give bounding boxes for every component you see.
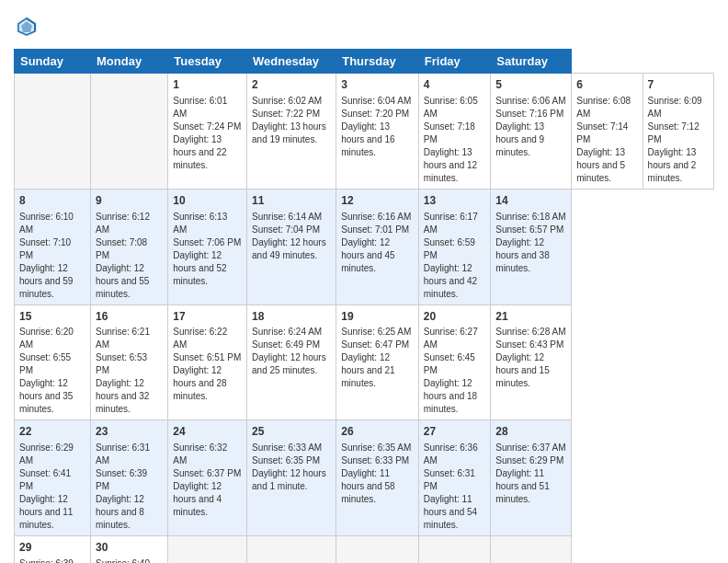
calendar-cell: 21Sunrise: 6:28 AMSunset: 6:43 PMDayligh… <box>491 304 572 420</box>
day-number: 9 <box>96 193 163 209</box>
calendar-cell: 16Sunrise: 6:21 AMSunset: 6:53 PMDayligh… <box>91 304 168 420</box>
calendar-cell: 18Sunrise: 6:24 AMSunset: 6:49 PMDayligh… <box>247 304 336 420</box>
calendar-cell: 12Sunrise: 6:16 AMSunset: 7:01 PMDayligh… <box>336 189 419 304</box>
day-number: 2 <box>252 77 331 93</box>
logo-icon <box>14 14 40 40</box>
calendar-cell: 11Sunrise: 6:14 AMSunset: 7:04 PMDayligh… <box>247 189 336 304</box>
calendar-cell: 30Sunrise: 6:40 AMSunset: 6:24 PMDayligh… <box>91 536 168 563</box>
day-number: 21 <box>495 309 566 325</box>
calendar-cell <box>491 536 572 563</box>
calendar-cell: 28Sunrise: 6:37 AMSunset: 6:29 PMDayligh… <box>491 420 572 536</box>
day-number: 7 <box>648 77 709 93</box>
day-number: 30 <box>96 540 163 556</box>
calendar-table: SundayMondayTuesdayWednesdayThursdayFrid… <box>14 49 714 563</box>
day-number: 10 <box>173 193 242 209</box>
day-number: 15 <box>19 309 85 325</box>
calendar-cell: 9Sunrise: 6:12 AMSunset: 7:08 PMDaylight… <box>91 189 168 304</box>
day-number: 28 <box>495 424 566 440</box>
calendar-cell: 27Sunrise: 6:36 AMSunset: 6:31 PMDayligh… <box>418 420 491 536</box>
day-number: 3 <box>341 77 414 93</box>
weekday-header: Saturday <box>491 50 572 74</box>
calendar-cell <box>336 536 419 563</box>
calendar-cell: 22Sunrise: 6:29 AMSunset: 6:41 PMDayligh… <box>15 420 91 536</box>
calendar-cell: 7Sunrise: 6:09 AMSunset: 7:12 PMDaylight… <box>643 74 713 190</box>
day-number: 29 <box>19 540 85 556</box>
calendar-cell: 24Sunrise: 6:32 AMSunset: 6:37 PMDayligh… <box>168 420 247 536</box>
day-number: 20 <box>424 309 486 325</box>
day-number: 26 <box>341 424 414 440</box>
calendar-cell: 23Sunrise: 6:31 AMSunset: 6:39 PMDayligh… <box>91 420 168 536</box>
day-number: 14 <box>495 193 566 209</box>
day-number: 5 <box>495 77 566 93</box>
calendar-cell: 25Sunrise: 6:33 AMSunset: 6:35 PMDayligh… <box>247 420 336 536</box>
calendar-cell <box>418 536 491 563</box>
day-number: 18 <box>252 309 331 325</box>
logo <box>14 14 43 40</box>
day-number: 23 <box>96 424 163 440</box>
calendar-cell: 8Sunrise: 6:10 AMSunset: 7:10 PMDaylight… <box>15 189 91 304</box>
day-number: 11 <box>252 193 331 209</box>
weekday-header: Thursday <box>336 50 419 74</box>
calendar-cell <box>247 536 336 563</box>
weekday-header: Sunday <box>15 50 91 74</box>
weekday-header: Wednesday <box>247 50 336 74</box>
day-number: 24 <box>173 424 242 440</box>
day-number: 8 <box>19 193 85 209</box>
calendar-cell: 19Sunrise: 6:25 AMSunset: 6:47 PMDayligh… <box>336 304 419 420</box>
calendar-cell: 2Sunrise: 6:02 AMSunset: 7:22 PMDaylight… <box>247 74 336 190</box>
day-number: 1 <box>173 77 242 93</box>
calendar-cell: 1Sunrise: 6:01 AMSunset: 7:24 PMDaylight… <box>168 74 247 190</box>
calendar-cell: 20Sunrise: 6:27 AMSunset: 6:45 PMDayligh… <box>418 304 491 420</box>
day-number: 16 <box>96 309 163 325</box>
day-number: 6 <box>576 77 637 93</box>
calendar-cell: 14Sunrise: 6:18 AMSunset: 6:57 PMDayligh… <box>491 189 572 304</box>
day-number: 22 <box>19 424 85 440</box>
calendar-cell <box>91 74 168 190</box>
day-number: 12 <box>341 193 414 209</box>
calendar-cell: 13Sunrise: 6:17 AMSunset: 6:59 PMDayligh… <box>418 189 491 304</box>
weekday-header: Friday <box>418 50 491 74</box>
calendar-cell <box>15 74 91 190</box>
day-number: 13 <box>424 193 486 209</box>
calendar-cell: 17Sunrise: 6:22 AMSunset: 6:51 PMDayligh… <box>168 304 247 420</box>
day-number: 27 <box>424 424 486 440</box>
calendar-cell: 4Sunrise: 6:05 AMSunset: 7:18 PMDaylight… <box>418 74 491 190</box>
calendar-cell: 26Sunrise: 6:35 AMSunset: 6:33 PMDayligh… <box>336 420 419 536</box>
calendar-cell: 5Sunrise: 6:06 AMSunset: 7:16 PMDaylight… <box>491 74 572 190</box>
day-number: 17 <box>173 309 242 325</box>
day-number: 4 <box>424 77 486 93</box>
day-number: 19 <box>341 309 414 325</box>
weekday-header: Monday <box>91 50 168 74</box>
calendar-cell: 3Sunrise: 6:04 AMSunset: 7:20 PMDaylight… <box>336 74 419 190</box>
calendar-cell: 10Sunrise: 6:13 AMSunset: 7:06 PMDayligh… <box>168 189 247 304</box>
calendar-cell: 6Sunrise: 6:08 AMSunset: 7:14 PMDaylight… <box>572 74 643 190</box>
day-number: 25 <box>252 424 331 440</box>
calendar-cell <box>168 536 247 563</box>
calendar-cell: 15Sunrise: 6:20 AMSunset: 6:55 PMDayligh… <box>15 304 91 420</box>
calendar-cell: 29Sunrise: 6:39 AMSunset: 6:27 PMDayligh… <box>15 536 91 563</box>
weekday-header: Tuesday <box>168 50 247 74</box>
